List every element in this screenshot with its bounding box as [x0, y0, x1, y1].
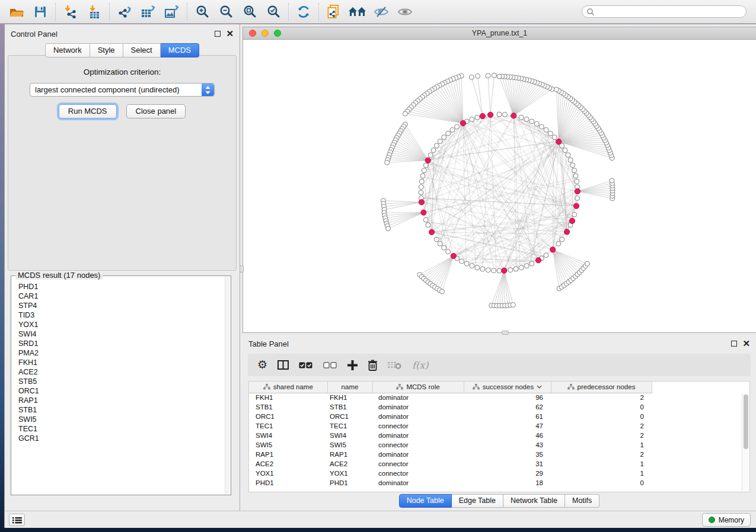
table-cell[interactable]: connector	[372, 421, 464, 431]
table-row[interactable]: RAP1RAP1dominator352	[249, 450, 749, 459]
open-session-button[interactable]	[5, 2, 28, 22]
table-cell[interactable]: 0	[551, 412, 652, 421]
mcds-result-item[interactable]: STB5	[18, 377, 231, 386]
mcds-result-item[interactable]: SRD1	[18, 339, 231, 348]
tab-motifs[interactable]: Motifs	[565, 494, 599, 508]
table-row[interactable]: SWI5SWI5connector431	[249, 440, 749, 450]
save-session-button[interactable]	[28, 2, 52, 22]
close-panel-button[interactable]: Close panel	[126, 104, 186, 118]
table-cell[interactable]: 18	[464, 478, 551, 488]
refresh-button[interactable]	[292, 2, 315, 22]
table-cell[interactable]: 96	[464, 393, 551, 402]
mcds-result-item[interactable]: YOX1	[18, 320, 231, 329]
table-cell[interactable]: TEC1	[327, 421, 372, 431]
tab-node-table[interactable]: Node Table	[399, 494, 452, 508]
table-cell[interactable]: dominator	[372, 402, 464, 412]
table-cell[interactable]: 0	[551, 402, 652, 412]
mcds-result-item[interactable]: PMA2	[18, 348, 231, 358]
mcds-result-item[interactable]: GCR1	[18, 434, 231, 443]
vertical-splitter-handle[interactable]	[240, 265, 244, 273]
table-cell[interactable]: 0	[551, 478, 652, 488]
zoom-selected-button[interactable]	[261, 2, 285, 22]
delete-table-icon[interactable]	[388, 360, 402, 370]
table-cell[interactable]: 1	[551, 440, 652, 450]
tab-network-table[interactable]: Network Table	[503, 494, 565, 508]
column-header-predecessor-nodes[interactable]: predecessor nodes	[551, 382, 652, 393]
close-panel-icon[interactable]: ✕	[226, 31, 234, 37]
table-cell[interactable]: dominator	[372, 478, 464, 488]
tab-style[interactable]: Style	[90, 43, 123, 57]
mcds-result-item[interactable]: STP4	[18, 301, 231, 310]
table-cell[interactable]: YOX1	[249, 469, 327, 478]
export-network-button[interactable]	[113, 2, 136, 22]
table-cell[interactable]: ACE2	[327, 459, 372, 469]
function-builder-icon[interactable]: f(x)	[412, 360, 428, 371]
delete-column-icon[interactable]	[368, 360, 378, 371]
mcds-result-item[interactable]: CAR1	[18, 291, 231, 301]
table-cell[interactable]: 61	[464, 412, 551, 421]
criterion-dropdown[interactable]: largest connected component (undirected)	[30, 83, 215, 97]
table-cell[interactable]: connector	[372, 440, 464, 450]
import-table-button[interactable]	[82, 2, 106, 22]
memory-button[interactable]: Memory	[702, 513, 751, 527]
table-cell[interactable]: 1	[551, 459, 652, 469]
table-row[interactable]: YOX1YOX1connector291	[249, 469, 749, 478]
first-neighbors-button[interactable]	[346, 2, 369, 22]
table-cell[interactable]: 31	[464, 459, 551, 469]
network-view-titlebar[interactable]: YPA_prune.txt_1	[243, 27, 756, 40]
table-cell[interactable]: PHD1	[249, 478, 327, 488]
table-cell[interactable]: SWI5	[249, 440, 327, 450]
table-cell[interactable]: 43	[464, 440, 551, 450]
mcds-result-item[interactable]: PHD1	[18, 282, 231, 291]
table-cell[interactable]: 62	[464, 402, 551, 412]
search-box[interactable]	[582, 5, 747, 18]
table-cell[interactable]: SWI4	[249, 431, 327, 440]
table-scrollbar[interactable]	[742, 393, 749, 491]
table-cell[interactable]: ORC1	[249, 412, 327, 421]
table-cell[interactable]: ORC1	[327, 412, 372, 421]
table-cell[interactable]: 2	[551, 450, 652, 459]
select-all-icon[interactable]	[299, 361, 313, 369]
column-header-name[interactable]: name	[327, 382, 372, 393]
table-cell[interactable]: 29	[464, 469, 551, 478]
column-header-shared-name[interactable]: shared name	[249, 382, 327, 393]
mcds-result-item[interactable]: STB1	[18, 405, 231, 415]
table-cell[interactable]: RAP1	[249, 450, 327, 459]
table-cell[interactable]: dominator	[372, 450, 464, 459]
table-cell[interactable]: 2	[551, 421, 652, 431]
table-cell[interactable]: STB1	[327, 402, 372, 412]
float-panel-icon[interactable]	[215, 31, 221, 37]
close-panel-icon[interactable]: ✕	[742, 341, 750, 347]
table-cell[interactable]: TEC1	[249, 421, 327, 431]
table-cell[interactable]: YOX1	[327, 469, 372, 478]
table-cell[interactable]: 2	[551, 393, 652, 402]
table-settings-icon[interactable]: ⚙	[257, 360, 267, 370]
hide-selected-button[interactable]	[369, 2, 393, 22]
table-cell[interactable]: dominator	[372, 393, 464, 402]
show-all-button[interactable]	[393, 2, 417, 22]
table-cell[interactable]: ACE2	[249, 459, 327, 469]
run-mcds-button[interactable]: Run MCDS	[59, 104, 117, 118]
node-table[interactable]: shared namenameMCDS rolesuccessor nodesp…	[249, 382, 749, 488]
table-row[interactable]: ACE2ACE2connector311	[249, 459, 749, 469]
table-cell[interactable]: 1	[551, 469, 652, 478]
mcds-result-item[interactable]: FKH1	[18, 358, 231, 367]
export-image-button[interactable]	[160, 2, 184, 22]
node-table-header-row[interactable]: shared namenameMCDS rolesuccessor nodesp…	[249, 382, 749, 393]
deselect-all-icon[interactable]	[323, 361, 337, 369]
table-cell[interactable]: SWI5	[327, 440, 372, 450]
table-row[interactable]: ORC1ORC1dominator610	[249, 412, 749, 421]
network-graph[interactable]	[243, 40, 756, 332]
mcds-result-list[interactable]: PHD1CAR1STP4TID3YOX1SWI4SRD1PMA2FKH1ACE2…	[11, 276, 231, 443]
import-network-button[interactable]	[59, 2, 82, 22]
table-scrollbar-thumb[interactable]	[744, 395, 748, 449]
mcds-result-item[interactable]: ORC1	[18, 386, 231, 396]
mcds-result-scrollbar[interactable]	[225, 277, 230, 494]
zoom-out-button[interactable]	[214, 2, 238, 22]
export-table-button[interactable]	[136, 2, 160, 22]
table-row[interactable]: TEC1TEC1connector472	[249, 421, 749, 431]
column-header-MCDS-role[interactable]: MCDS role	[372, 382, 464, 393]
table-cell[interactable]: SWI4	[327, 431, 372, 440]
table-cell[interactable]: 47	[464, 421, 551, 431]
split-pane-icon[interactable]	[277, 360, 289, 370]
